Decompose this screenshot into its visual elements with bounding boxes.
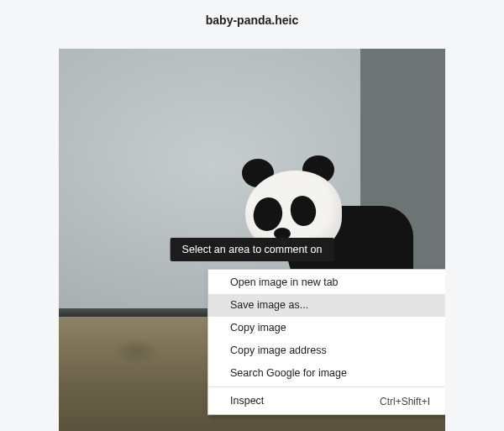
file-title: baby-panda.heic (206, 13, 298, 27)
menu-item-inspect[interactable]: Inspect Ctrl+Shift+I (208, 390, 445, 413)
menu-item-label: Copy image (230, 321, 286, 335)
menu-item-save-image-as[interactable]: Save image as... (208, 294, 445, 317)
menu-item-label: Open image in new tab (230, 276, 339, 290)
context-menu: Open image in new tab Save image as... C… (207, 269, 445, 415)
menu-item-label: Inspect (230, 394, 264, 408)
menu-item-copy-image[interactable]: Copy image (208, 317, 445, 339)
menu-item-search-google-image[interactable]: Search Google for image (208, 362, 445, 385)
comment-hint-banner: Select an area to comment on (171, 238, 334, 261)
menu-item-open-new-tab[interactable]: Open image in new tab (208, 271, 445, 294)
menu-item-label: Copy image address (230, 344, 327, 358)
menu-item-label: Search Google for image (230, 366, 347, 381)
menu-item-label: Save image as... (230, 298, 308, 313)
image-viewer[interactable]: Select an area to comment on Open image … (59, 49, 445, 431)
menu-item-shortcut: Ctrl+Shift+I (380, 395, 430, 408)
menu-separator (209, 386, 445, 387)
menu-item-copy-image-address[interactable]: Copy image address (208, 339, 445, 362)
